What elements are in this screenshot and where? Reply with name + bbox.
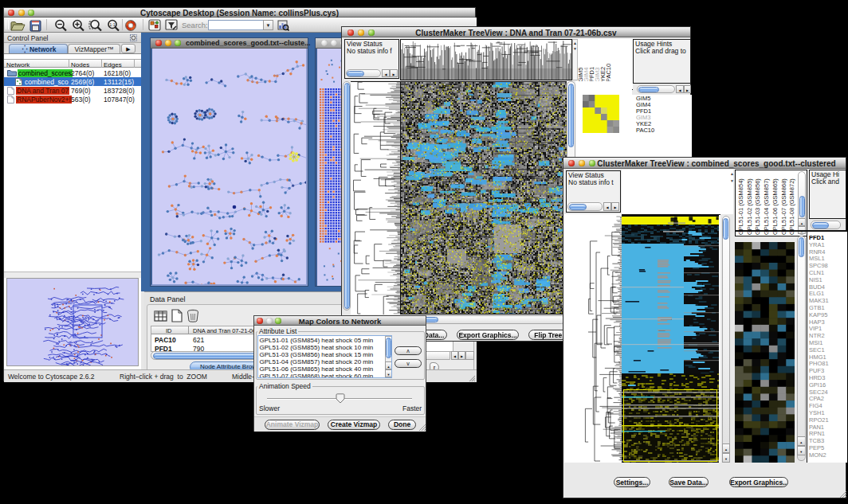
svg-text:1:1: 1:1 xyxy=(109,22,116,27)
